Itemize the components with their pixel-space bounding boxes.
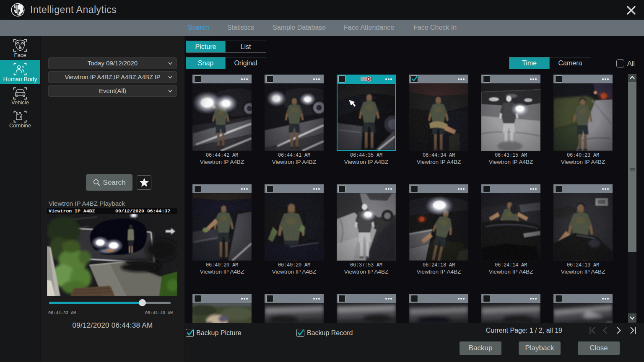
svg-text:09/12/2020 06:44:37: 09/12/2020 06:44:37 (115, 208, 170, 214)
svg-text:Viewtron IP A4BZ: Viewtron IP A4BZ (49, 208, 95, 214)
